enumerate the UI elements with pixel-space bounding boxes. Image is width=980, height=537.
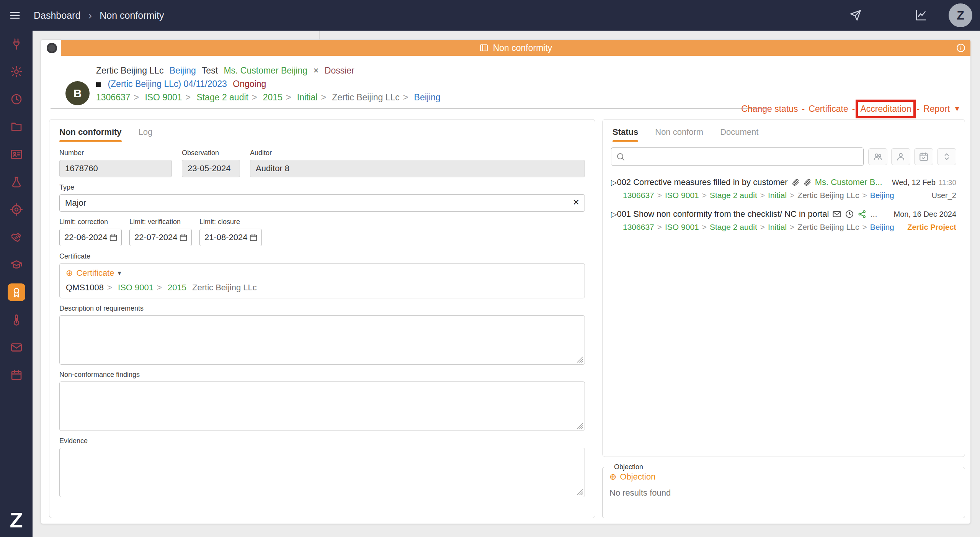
item-crumb[interactable]: Initial — [768, 191, 787, 200]
graduation-cap-icon[interactable] — [8, 256, 25, 273]
limit-correction-field[interactable]: 22-06-2024 — [59, 229, 122, 246]
sort-button[interactable] — [937, 148, 956, 165]
entity-customer-link[interactable]: Ms. Customer Beijing — [224, 65, 307, 75]
limit-verification-field[interactable]: 22-07-2024 — [129, 229, 192, 246]
user-avatar[interactable]: Z — [949, 3, 972, 27]
item-crumb[interactable]: Stage 2 audit — [710, 191, 757, 200]
item-crumb[interactable]: 1306637 — [623, 191, 654, 200]
plug-icon[interactable] — [8, 35, 25, 53]
limit-closure-value: 21-08-2024 — [204, 232, 248, 242]
menu-icon[interactable] — [9, 10, 21, 21]
tab-non-conformity[interactable]: Non conformity — [59, 127, 122, 142]
evidence-textarea[interactable] — [59, 448, 585, 497]
thermometer-icon[interactable] — [8, 311, 25, 329]
handshake-icon[interactable] — [8, 228, 25, 246]
expand-triangle-icon[interactable]: ▷ — [611, 178, 617, 187]
resize-grip-icon[interactable] — [577, 423, 583, 429]
item-crumb[interactable]: Initial — [768, 223, 787, 232]
separator: - — [852, 104, 855, 114]
item-crumb[interactable]: Beijing — [870, 223, 894, 232]
crumb-city[interactable]: Beijing — [414, 92, 441, 102]
resize-grip-icon[interactable] — [577, 357, 583, 363]
crumb-standard[interactable]: ISO 9001 — [145, 92, 182, 102]
status-tabs: Status Non conform Document — [603, 120, 965, 142]
separator: > — [403, 92, 408, 102]
status-dot[interactable] — [47, 43, 57, 53]
plus-circle-icon: ⊕ — [609, 472, 616, 482]
item-crumb[interactable]: ISO 9001 — [665, 223, 699, 232]
mail-icon — [832, 210, 841, 219]
item-crumb[interactable]: 1306637 — [623, 223, 654, 232]
status-list-item[interactable]: ▷ 001 Show non conformity from the check… — [611, 209, 956, 232]
topbar-actions: Z — [850, 3, 972, 27]
calendar-icon[interactable] — [179, 233, 188, 242]
mail-icon[interactable] — [8, 339, 25, 356]
folder-icon[interactable] — [8, 118, 25, 136]
calendar-icon[interactable] — [249, 233, 258, 242]
separator: > — [286, 92, 291, 102]
type-field[interactable]: Major × — [59, 194, 585, 212]
status-item-project-link[interactable]: Zertic Project — [907, 223, 956, 232]
cert-year-link[interactable]: 2015 — [168, 283, 186, 292]
report-caret-icon[interactable]: ▼ — [954, 105, 960, 113]
report-link[interactable]: Report — [923, 104, 950, 114]
layout-divider — [319, 31, 320, 39]
certificate-icon-active[interactable] — [8, 283, 25, 301]
nc-tabs: Non conformity Log — [49, 120, 595, 142]
status-card: Status Non conform Document — [602, 119, 965, 457]
contact-card-icon[interactable] — [8, 146, 25, 163]
findings-textarea[interactable] — [59, 381, 585, 431]
status-item-person-link[interactable]: Ms. Customer B... — [815, 177, 882, 187]
info-icon[interactable] — [956, 43, 966, 53]
tab-document[interactable]: Document — [720, 127, 758, 142]
accreditation-link[interactable]: Accreditation — [860, 104, 911, 114]
crumb-stage[interactable]: Stage 2 audit — [196, 92, 248, 102]
expand-triangle-icon[interactable]: ▷ — [611, 210, 617, 219]
entity-header: Zertic Beijing LLc Beijing Test Ms. Cust… — [96, 64, 444, 104]
calendar-icon[interactable] — [8, 366, 25, 384]
limit-correction-label: Limit: correction — [59, 218, 122, 226]
users-filter-button[interactable] — [868, 148, 887, 165]
item-crumb[interactable]: ISO 9001 — [665, 191, 699, 200]
send-icon[interactable] — [850, 10, 861, 21]
limit-closure-field[interactable]: 21-08-2024 — [199, 229, 262, 246]
flask-icon[interactable] — [8, 173, 25, 191]
description-textarea[interactable] — [59, 315, 585, 365]
breadcrumb-dashboard[interactable]: Dashboard — [34, 10, 80, 21]
chart-icon[interactable] — [915, 9, 927, 21]
type-label: Type — [59, 183, 585, 192]
paperclip-icon — [791, 178, 800, 187]
remove-customer-icon[interactable]: × — [313, 65, 318, 75]
calendar-icon[interactable] — [109, 233, 118, 242]
entity-city-link[interactable]: Beijing — [170, 65, 196, 75]
crumb-year[interactable]: 2015 — [263, 92, 283, 102]
item-crumb[interactable]: Beijing — [870, 191, 894, 200]
clock-icon[interactable] — [8, 90, 25, 108]
dossier-link[interactable]: Dossier — [325, 65, 354, 75]
entity-test-label: Test — [202, 65, 218, 75]
entity-org-date-link[interactable]: (Zertic Beijing LLc) 04/11/2023 — [108, 79, 227, 89]
cert-standard-link[interactable]: ISO 9001 — [118, 283, 154, 292]
status-list-item[interactable]: ▷ 002 Corrective measures filled in by c… — [611, 177, 956, 200]
description-label: Description of requirements — [59, 305, 585, 313]
calendar-filter-button[interactable] — [914, 148, 933, 165]
clear-type-icon[interactable]: × — [573, 197, 579, 208]
gear-icon[interactable] — [8, 63, 25, 80]
change-status-link[interactable]: Change status — [741, 104, 798, 114]
breadcrumb: Dashboard › Non conformity — [34, 10, 164, 21]
item-crumb[interactable]: Stage 2 audit — [710, 223, 757, 232]
chevron-down-icon[interactable]: ▾ — [118, 269, 121, 277]
target-icon[interactable] — [8, 201, 25, 218]
user-filter-button[interactable] — [891, 148, 910, 165]
add-certificate-link[interactable]: ⊕ Certificate ▾ — [66, 268, 121, 278]
tab-non-conform[interactable]: Non conform — [655, 127, 703, 142]
search-input[interactable] — [611, 147, 864, 166]
resize-grip-icon[interactable] — [577, 489, 583, 495]
tab-log[interactable]: Log — [139, 127, 153, 142]
separator: > — [702, 191, 707, 200]
crumb-initial[interactable]: Initial — [297, 92, 318, 102]
certificate-link[interactable]: Certificate — [808, 104, 848, 114]
tab-status[interactable]: Status — [612, 127, 638, 142]
add-objection-link[interactable]: ⊕ Objection — [609, 472, 655, 482]
crumb-number[interactable]: 1306637 — [96, 92, 131, 102]
